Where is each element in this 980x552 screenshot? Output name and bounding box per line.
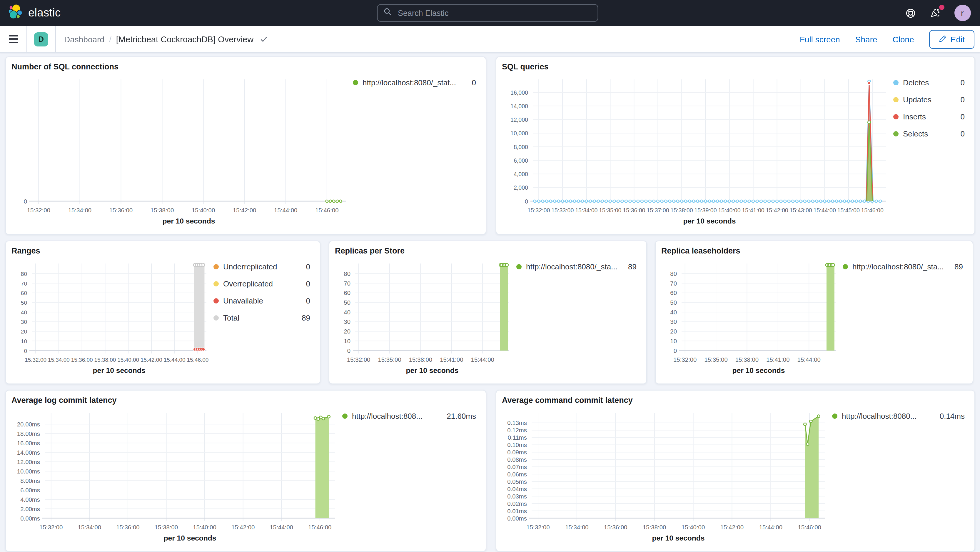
legend-item[interactable]: Underreplicated0	[213, 262, 310, 271]
global-search[interactable]	[377, 4, 598, 22]
svg-text:15:44:00: 15:44:00	[759, 524, 782, 531]
edit-button[interactable]: Edit	[929, 30, 974, 49]
elastic-brand[interactable]: elastic	[0, 4, 61, 22]
chart-canvas[interactable]: 02,0004,0006,0008,00010,00012,00014,0001…	[502, 75, 893, 228]
breadcrumb-separator: /	[109, 34, 111, 44]
legend-value: 0	[956, 78, 965, 87]
legend-item[interactable]: Selects0	[893, 129, 965, 138]
check-icon	[259, 35, 268, 43]
svg-text:12.00ms: 12.00ms	[17, 459, 40, 465]
panel-title[interactable]: Replica leaseholders	[661, 246, 966, 256]
svg-text:2.00ms: 2.00ms	[20, 506, 40, 512]
legend-label: Deletes	[903, 78, 929, 87]
svg-text:15:34:00: 15:34:00	[575, 207, 597, 213]
svg-text:0.13ms: 0.13ms	[507, 420, 527, 426]
svg-text:0.12ms: 0.12ms	[507, 427, 527, 433]
page-title[interactable]: [Metricbeat CockroachDB] Overview	[116, 34, 253, 44]
svg-text:0.11ms: 0.11ms	[508, 434, 527, 441]
legend-item[interactable]: http://localhost:8080/_sta...89	[516, 262, 636, 271]
svg-text:0.07ms: 0.07ms	[507, 464, 527, 470]
legend-item[interactable]: http://localhost:8080...0.14ms	[832, 412, 965, 420]
legend-value: 0	[467, 78, 476, 87]
dashboard-panel: Ranges 0102030405060708015:32:0015:34:00…	[5, 240, 320, 384]
panel-body: 0102030405060708015:32:0015:35:0015:38:0…	[661, 259, 966, 378]
panel-title[interactable]: Replicas per Store	[335, 246, 640, 256]
svg-text:8.00ms: 8.00ms	[20, 477, 40, 484]
legend-dot-icon	[832, 414, 837, 419]
panel-title[interactable]: Ranges	[11, 246, 314, 256]
legend-value: 0	[956, 129, 965, 138]
legend-item[interactable]: Total89	[213, 313, 310, 322]
legend-item[interactable]: http://localhost:8080/_sta...89	[842, 262, 963, 271]
legend-dot-icon	[213, 281, 218, 286]
clone-button[interactable]: Clone	[892, 34, 914, 44]
dashboard-row-1: Number of SQL connections 015:32:0015:34…	[5, 56, 975, 235]
svg-text:15:44:00: 15:44:00	[270, 524, 293, 531]
svg-text:15:41:00: 15:41:00	[766, 356, 789, 363]
legend-dot-icon	[893, 97, 898, 102]
newsfeed-icon[interactable]	[929, 7, 941, 19]
legend-dot-icon	[893, 114, 898, 119]
panel-title[interactable]: Number of SQL connections	[11, 62, 480, 72]
legend-item[interactable]: http://localhost:808...21.60ms	[342, 412, 476, 420]
svg-text:50: 50	[670, 299, 676, 306]
svg-text:15:32:00: 15:32:00	[526, 524, 549, 531]
chart-canvas[interactable]: 015:32:0015:34:0015:36:0015:38:0015:40:0…	[11, 75, 353, 228]
panel-body: 02,0004,0006,0008,00010,00012,00014,0001…	[502, 75, 968, 228]
panel-body: 015:32:0015:34:0015:36:0015:38:0015:40:0…	[11, 75, 480, 228]
legend-value: 0	[956, 112, 965, 121]
panel-title[interactable]: SQL queries	[502, 62, 968, 72]
legend-value: 89	[950, 262, 963, 271]
legend-label: http://localhost:8080/_stat...	[363, 78, 456, 87]
menu-icon[interactable]	[0, 26, 27, 52]
legend-item[interactable]: Overreplicated0	[213, 279, 310, 288]
kibana-app: elastic	[0, 0, 980, 552]
legend-dot-icon	[342, 414, 347, 419]
svg-text:10: 10	[670, 338, 676, 344]
svg-text:30: 30	[344, 318, 350, 325]
chart-canvas[interactable]: 0102030405060708015:32:0015:35:0015:38:0…	[335, 259, 516, 378]
search-input[interactable]	[397, 8, 592, 18]
dashboard-panel: Average command commit latency 0.00ms0.0…	[495, 390, 975, 552]
legend-item[interactable]: Unavailable0	[213, 296, 310, 305]
full-screen-button[interactable]: Full screen	[800, 34, 840, 44]
svg-text:10.00ms: 10.00ms	[17, 468, 40, 475]
svg-text:0: 0	[673, 348, 676, 354]
user-avatar[interactable]: r	[954, 5, 970, 21]
svg-text:15:44:00: 15:44:00	[471, 356, 494, 363]
legend-item[interactable]: Updates0	[893, 95, 965, 104]
svg-text:15:36:00: 15:36:00	[109, 207, 132, 213]
legend-item[interactable]: http://localhost:8080/_stat...0	[353, 78, 476, 87]
chart-canvas[interactable]: 0102030405060708015:32:0015:34:0015:36:0…	[11, 259, 213, 378]
legend-item[interactable]: Deletes0	[893, 78, 965, 87]
panel-title[interactable]: Average log commit latency	[11, 395, 480, 406]
panel-title[interactable]: Average command commit latency	[502, 395, 968, 406]
global-header: elastic	[0, 0, 980, 26]
share-button[interactable]: Share	[855, 34, 877, 44]
svg-text:15:39:00: 15:39:00	[694, 207, 716, 213]
svg-text:10: 10	[21, 338, 27, 344]
search-icon	[384, 8, 392, 18]
chart-canvas[interactable]: 0.00ms2.00ms4.00ms6.00ms8.00ms10.00ms12.…	[11, 408, 342, 545]
chart-legend: http://localhost:808...21.60ms	[342, 412, 476, 545]
svg-text:15:42:00: 15:42:00	[140, 357, 162, 363]
notification-badge	[939, 5, 944, 10]
legend-label: http://localhost:8080...	[842, 412, 916, 420]
dashboard-panel: Replica leaseholders 0102030405060708015…	[655, 240, 973, 384]
svg-text:0.03ms: 0.03ms	[507, 493, 527, 500]
svg-text:0.01ms: 0.01ms	[507, 508, 527, 514]
legend-value: 0	[301, 296, 310, 305]
svg-text:15:46:00: 15:46:00	[315, 207, 338, 213]
breadcrumb-dashboard[interactable]: Dashboard	[64, 34, 104, 44]
legend-item[interactable]: Inserts0	[893, 112, 965, 121]
dashboard-app-badge[interactable]: D	[34, 32, 48, 46]
svg-text:15:40:00: 15:40:00	[681, 524, 705, 531]
legend-dot-icon	[213, 298, 218, 304]
chart-canvas[interactable]: 0.00ms0.01ms0.02ms0.03ms0.04ms0.05ms0.06…	[502, 408, 832, 545]
chart-canvas[interactable]: 0102030405060708015:32:0015:35:0015:38:0…	[661, 259, 842, 378]
help-icon[interactable]	[905, 7, 916, 19]
svg-text:15:38:00: 15:38:00	[94, 357, 116, 363]
svg-text:15:42:00: 15:42:00	[232, 207, 256, 213]
svg-text:15:36:00: 15:36:00	[116, 524, 139, 531]
svg-text:15:38:00: 15:38:00	[735, 356, 758, 363]
